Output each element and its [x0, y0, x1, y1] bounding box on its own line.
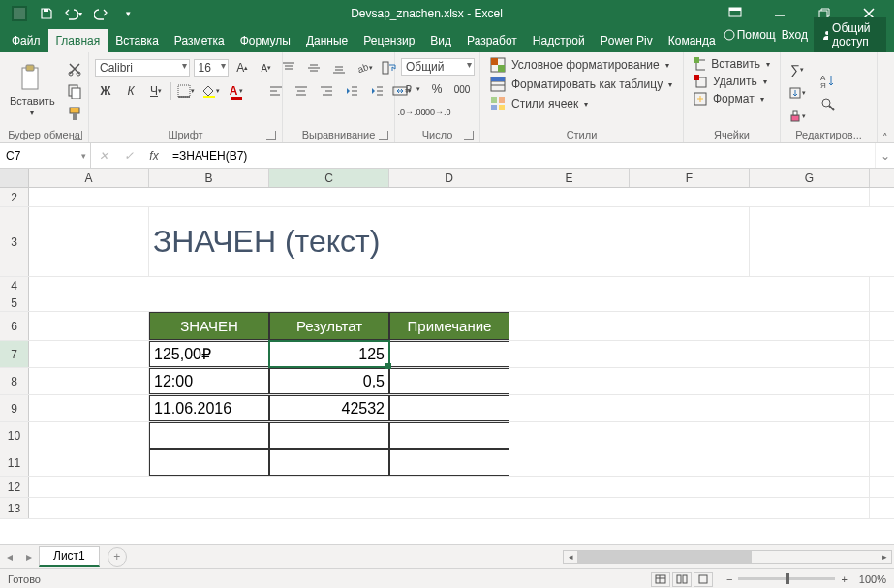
borders-icon[interactable]: ▾: [175, 81, 197, 101]
conditional-formatting-button[interactable]: Условное форматирование▾: [486, 56, 677, 74]
orientation-icon[interactable]: ab▾: [354, 58, 375, 77]
row-header[interactable]: 10: [0, 422, 29, 449]
cell[interactable]: [389, 449, 509, 476]
share-button[interactable]: Общий доступ: [814, 17, 886, 52]
cell[interactable]: [269, 422, 389, 449]
row-header[interactable]: 8: [0, 368, 29, 394]
zoom-in-icon[interactable]: +: [841, 573, 847, 585]
italic-icon[interactable]: К: [120, 81, 141, 101]
normal-view-icon[interactable]: [651, 572, 670, 587]
zoom-out-icon[interactable]: −: [726, 573, 732, 585]
delete-cells-button[interactable]: Удалить▾: [690, 74, 774, 89]
dialog-launcher-icon[interactable]: [379, 131, 388, 140]
row-header[interactable]: 3: [0, 207, 29, 276]
sort-filter-icon[interactable]: АЯ: [817, 72, 839, 91]
font-color-icon[interactable]: A▾: [226, 81, 247, 101]
find-select-icon[interactable]: [817, 95, 839, 114]
select-all-corner[interactable]: [0, 169, 29, 187]
qat-customize-icon[interactable]: ▾: [116, 2, 139, 25]
cell[interactable]: 42532: [269, 395, 389, 421]
fill-color-icon[interactable]: ▾: [200, 81, 222, 101]
col-header[interactable]: A: [29, 169, 149, 187]
scroll-tabs-left-icon[interactable]: ◂: [0, 550, 19, 564]
percent-icon[interactable]: %: [426, 79, 447, 99]
format-painter-icon[interactable]: [65, 104, 84, 123]
tab-insert[interactable]: Вставка: [108, 29, 167, 52]
page-break-view-icon[interactable]: [694, 572, 713, 587]
row-header[interactable]: 9: [0, 395, 29, 421]
align-bottom-icon[interactable]: [328, 58, 350, 77]
row-header[interactable]: 5: [0, 294, 29, 311]
accounting-format-icon[interactable]: ₽▾: [401, 79, 422, 99]
cell[interactable]: 0,5: [269, 368, 389, 394]
undo-icon[interactable]: ▾: [62, 2, 85, 25]
col-header[interactable]: D: [389, 169, 509, 187]
row-header[interactable]: 12: [0, 477, 29, 497]
tab-addins[interactable]: Надстрой: [525, 29, 593, 52]
increase-decimal-icon[interactable]: .0→.00: [401, 103, 422, 122]
horizontal-scrollbar[interactable]: ◂▸: [563, 550, 892, 564]
decrease-font-icon[interactable]: A▾: [257, 58, 276, 77]
increase-font-icon[interactable]: A▴: [232, 58, 252, 77]
cell[interactable]: 12:00: [149, 368, 269, 394]
align-center-icon[interactable]: [291, 81, 312, 101]
font-size-select[interactable]: 16: [194, 59, 230, 77]
expand-formula-bar-icon[interactable]: ⌄: [875, 143, 894, 168]
paste-button[interactable]: Вставить ▾: [6, 62, 59, 119]
table-header[interactable]: ЗНАЧЕН: [149, 312, 269, 340]
formula-input[interactable]: =ЗНАЧЕН(B7): [167, 143, 875, 168]
align-right-icon[interactable]: [316, 81, 337, 101]
tab-data[interactable]: Данные: [298, 29, 355, 52]
row-header[interactable]: 7: [0, 341, 29, 367]
autosum-icon[interactable]: ∑▾: [786, 60, 808, 79]
tab-powerpivot[interactable]: Power Piv: [593, 29, 661, 52]
format-as-table-button[interactable]: Форматировать как таблицу▾: [486, 76, 677, 93]
cell[interactable]: [389, 368, 509, 394]
number-format-select[interactable]: Общий: [401, 58, 475, 76]
save-icon[interactable]: [35, 2, 58, 25]
cell[interactable]: 11.06.2016: [149, 395, 269, 421]
col-header[interactable]: C: [269, 169, 389, 187]
cell[interactable]: [269, 449, 389, 476]
collapse-ribbon-icon[interactable]: ˄: [882, 132, 888, 144]
align-top-icon[interactable]: [278, 58, 299, 77]
col-header[interactable]: E: [509, 169, 630, 187]
redo-icon[interactable]: [89, 2, 112, 25]
tell-me[interactable]: Помощ: [724, 28, 776, 42]
name-box[interactable]: C7: [0, 143, 91, 168]
zoom-level[interactable]: 100%: [859, 573, 886, 585]
clear-icon[interactable]: ▾: [786, 107, 808, 126]
tab-home[interactable]: Главная: [48, 29, 108, 52]
row-header[interactable]: 2: [0, 188, 29, 206]
cancel-formula-icon[interactable]: ✕: [91, 143, 116, 168]
tab-file[interactable]: Файл: [4, 29, 48, 52]
tab-formulas[interactable]: Формулы: [232, 29, 298, 52]
col-header[interactable]: B: [149, 169, 269, 187]
cell[interactable]: [389, 422, 509, 449]
cut-icon[interactable]: [65, 59, 84, 78]
tab-layout[interactable]: Разметка: [167, 29, 232, 52]
font-name-select[interactable]: Calibri: [95, 59, 190, 77]
row-header[interactable]: 4: [0, 277, 29, 294]
col-header[interactable]: F: [630, 169, 750, 187]
table-header[interactable]: Примечание: [389, 312, 509, 340]
decrease-decimal-icon[interactable]: .00→.0: [426, 103, 447, 122]
bold-icon[interactable]: Ж: [95, 81, 116, 101]
cell[interactable]: [149, 422, 269, 449]
fx-icon[interactable]: fx: [141, 143, 167, 168]
dialog-launcher-icon[interactable]: [266, 131, 276, 140]
tab-developer[interactable]: Разработ: [459, 29, 525, 52]
sheet-tab[interactable]: Лист1: [39, 546, 100, 567]
cell[interactable]: [389, 395, 509, 421]
fill-icon[interactable]: ▾: [786, 83, 808, 103]
insert-cells-button[interactable]: Вставить▾: [690, 56, 774, 72]
tab-team[interactable]: Команда: [661, 29, 724, 52]
row-header[interactable]: 6: [0, 312, 29, 340]
align-left-icon[interactable]: [265, 81, 287, 101]
row-header[interactable]: 11: [0, 449, 29, 476]
cell-styles-button[interactable]: Стили ячеек▾: [486, 95, 677, 112]
dialog-launcher-icon[interactable]: [464, 131, 474, 140]
format-cells-button[interactable]: Формат▾: [690, 91, 774, 107]
cell-active[interactable]: 125: [269, 341, 389, 367]
cell[interactable]: [389, 341, 509, 367]
